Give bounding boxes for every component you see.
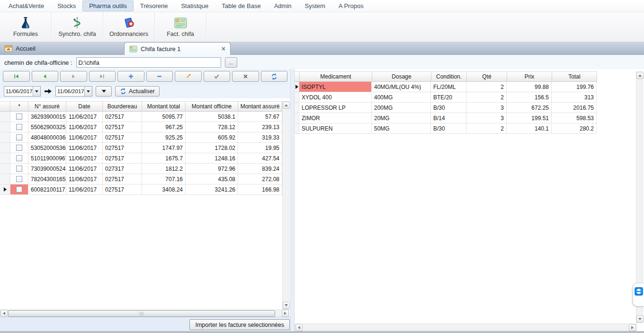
previous-record-button[interactable] [32,71,59,82]
cell-bordereau: 027517 [103,143,142,153]
column-header[interactable]: Dosage [372,71,431,82]
browse-button[interactable]: ... [225,57,237,68]
menu-item-statistque[interactable]: Statistque [174,0,215,11]
medication-table-hscrollbar[interactable] [295,324,637,331]
medication-row[interactable]: ISOPTYL40MG/ML(OU 4%)FL/20ML299.88199.76 [295,82,597,92]
menu-item-stocks[interactable]: Stocks [51,0,82,11]
ordonnanciers-button[interactable]: Ordonnanciers [103,12,155,42]
invoice-row[interactable]: 73039000524911/06/20170273171812.2972.96… [0,164,282,174]
cell-montant-officine: 435.08 [186,174,238,184]
invoice-row[interactable]: 78204300165411/06/2017027517707.16435.08… [0,174,282,184]
menu-item-tr-sorerie[interactable]: Trésorerie [134,0,175,11]
column-header[interactable]: Bourdereau [103,101,142,112]
invoice-table-vscrollbar[interactable] [282,101,289,309]
row-checkbox[interactable] [16,124,22,130]
menu-item-pharma-outils[interactable]: Pharma outils [82,0,133,11]
close-icon[interactable]: × [222,45,225,52]
filter-dropdown-button[interactable] [96,86,112,96]
menu-item-a-propos[interactable]: A Propos [332,0,370,11]
invoice-row[interactable]: 60082100117111/06/20170275173408.243241.… [0,184,282,195]
chevron-down-icon[interactable] [84,87,92,96]
next-record-button[interactable] [60,71,87,82]
scroll-down-icon[interactable] [283,302,290,309]
column-header[interactable] [0,101,10,112]
invoice-row[interactable]: 55062900325711/06/2017027517967.25728.12… [0,122,282,132]
invoice-row[interactable]: 51011900096711/06/20170275171675.71248.1… [0,153,282,164]
column-header[interactable]: * [10,101,28,112]
column-header[interactable]: N° assuré [28,101,66,112]
column-header[interactable]: Montant officine [186,101,238,112]
medication-row[interactable]: SULPUREN50MGB/302140.1280.2 [295,123,597,134]
medication-row[interactable]: ZIMOR20MGB/143199.51598.53 [295,113,597,123]
formules-button[interactable]: Formules [0,12,52,42]
row-checkbox[interactable] [16,186,22,193]
delete-record-button[interactable] [146,71,173,82]
row-indicator-cell [295,123,299,134]
cell-total: 280.2 [552,123,597,134]
checkbox-cell [10,112,28,122]
teamviewer-popout-tab[interactable] [633,283,644,307]
cell-assure-no: 550629003257 [28,122,66,132]
cell-montant-officine: 5038.1 [186,112,238,122]
column-header[interactable] [295,71,300,82]
fact-chifa-button[interactable]: Fact. chifa [155,12,206,42]
date-from-picker[interactable]: 11/06/2017 [4,86,41,96]
ribbon-toolbar: FormulesSynchro. chifaOrdonnanciersFact.… [0,12,644,42]
column-header[interactable]: Montant total [142,101,186,112]
cell-prix: 672.25 [507,103,552,113]
scroll-left-icon[interactable] [295,324,303,331]
row-checkbox[interactable] [16,134,22,140]
row-indicator-cell [0,112,10,122]
invoice-row[interactable]: 48048000036011/06/2017027517925.25605.92… [0,132,282,143]
column-header[interactable]: Prix [507,71,552,82]
medication-row[interactable]: XYDOL 400400MGBTE/202156.5313 [295,92,597,103]
scroll-left-icon[interactable] [0,310,8,317]
column-header[interactable]: Medicament [300,71,372,82]
first-record-button[interactable] [3,71,30,82]
medication-row[interactable]: LOPRESSOR LP200MGB/303672.252016.75 [295,103,597,113]
column-header[interactable]: Qté [467,71,507,82]
cell-dosage: 50MG [372,123,431,134]
edit-record-button[interactable] [175,71,202,82]
scroll-down-icon[interactable] [636,315,644,323]
row-checkbox[interactable] [16,145,22,151]
menu-item-table-de-base[interactable]: Table de Base [215,0,267,11]
refresh-button[interactable] [261,71,288,82]
scroll-right-icon[interactable] [629,324,636,331]
cell-conditionnement: B/30 [431,123,466,134]
panel-divider[interactable] [290,69,295,331]
row-checkbox[interactable] [16,114,22,120]
confirm-button[interactable] [204,71,231,82]
menu-item-system[interactable]: System [298,0,332,11]
column-header[interactable]: Date [66,101,103,112]
medication-table: MedicamentDosageCondition.QtéPrixTotalIS… [295,71,597,134]
invoice-table-hscrollbar[interactable] [0,309,289,317]
invoice-row[interactable]: 53052000536411/06/20170275171747.971728.… [0,143,282,153]
import-selected-invoices-button[interactable]: Importer les facture selectionnées [189,319,290,330]
add-record-button[interactable] [117,71,144,82]
scroll-up-icon[interactable] [283,102,290,109]
row-checkbox[interactable] [16,166,22,172]
column-header[interactable]: Montant assuré [238,101,282,112]
column-header[interactable]: Total [552,71,597,82]
cell-montant-total: 707.16 [142,174,186,184]
menu-item-admin[interactable]: Admin [268,0,298,11]
cell-dosage: 40MG/ML(OU 4%) [372,82,431,92]
actualiser-button[interactable]: Actualiser [115,86,160,96]
last-record-button[interactable] [89,71,116,82]
row-checkbox[interactable] [16,155,22,161]
scroll-right-icon[interactable] [282,310,289,317]
column-header[interactable]: Condition. [431,71,467,82]
tab-chifa-facture-1[interactable]: Chifa facture 1× [124,42,231,55]
menu-item-achat-vente[interactable]: Achat&Vente [2,0,51,11]
cancel-button[interactable] [232,71,259,82]
chifa-path-input[interactable] [76,57,221,68]
scroll-up-icon[interactable] [636,72,644,79]
hscroll-thumb[interactable] [8,310,275,317]
synchro-chifa-button[interactable]: Synchro. chifa [52,12,103,42]
tab-accueil[interactable]: Accueil [0,42,124,54]
date-to-picker[interactable]: 11/06/2017 [55,86,92,96]
invoice-row[interactable]: 36293900015811/06/20170275175095.775038.… [0,112,282,122]
chevron-down-icon[interactable] [33,87,40,96]
row-checkbox[interactable] [16,176,22,182]
